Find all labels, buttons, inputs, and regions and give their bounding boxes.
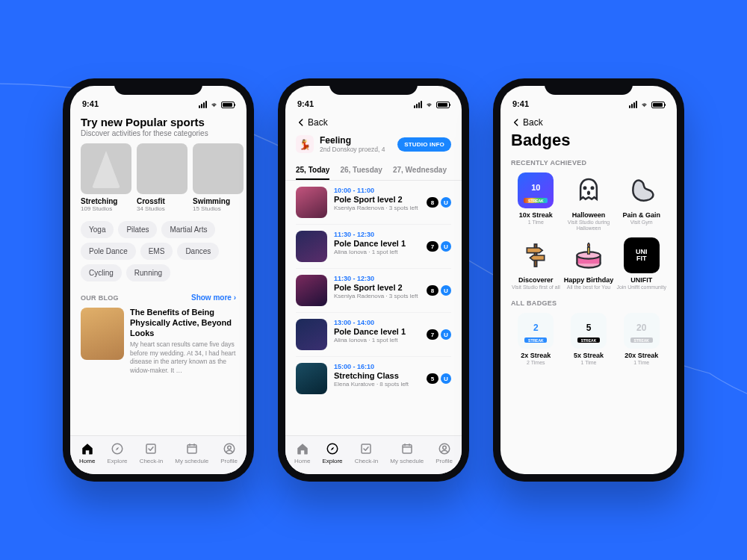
class-sub: Kseniya Radenova · 3 spots left — [334, 293, 420, 299]
class-sub: Elena Kuratove · 8 spots left — [334, 381, 420, 388]
chip-pole-dance[interactable]: Pole Dance — [81, 243, 136, 260]
tab-profile[interactable]: Profile — [220, 441, 238, 464]
svg-point-9 — [442, 446, 446, 449]
phone-notch — [114, 78, 202, 95]
blog-card[interactable]: The Benefits of Being Physically Active,… — [81, 308, 236, 375]
back-label: Back — [523, 117, 543, 128]
chevron-left-icon — [511, 117, 521, 128]
badge-icon: 10STREAK — [518, 172, 554, 208]
class-time: 15:00 - 16:10 — [334, 363, 420, 370]
chip-martial-arts[interactable]: Martial Arts — [161, 221, 215, 238]
chevron-left-icon — [296, 117, 306, 128]
badge-happy-birthday[interactable]: Happy Birthday All the best for You — [564, 237, 614, 290]
studio-address: 2nd Donskoy proezd, 4 — [320, 146, 385, 153]
chip-pilates[interactable]: Pilates — [118, 221, 157, 238]
badge-halloween[interactable]: Halloween Visit Studio during Halloween — [564, 172, 614, 231]
class-time: 11:30 - 12:30 — [334, 275, 420, 282]
badge-2x-streak[interactable]: 2STREAK 2x Streak 2 Times — [511, 313, 561, 366]
back-button[interactable]: Back — [296, 114, 451, 129]
class-title: Pole Sport level 2 — [334, 195, 420, 204]
battery-icon — [651, 102, 665, 108]
class-sub: Kseniya Radenova · 3 spots left — [334, 205, 420, 211]
phone-mockup-home: 9:41 Try new Popular sports Discover act… — [63, 78, 254, 482]
u-badge: U — [441, 241, 451, 252]
ghost-icon — [571, 172, 607, 208]
tab-home[interactable]: Home — [79, 441, 95, 464]
tab-explore[interactable]: Explore — [322, 441, 342, 464]
muscle-arm-icon — [624, 172, 660, 208]
wifi-icon — [209, 101, 219, 108]
class-item[interactable]: 11:30 - 12:30Pole Dance level 1Alina Ion… — [296, 225, 451, 269]
tab-my-schedule[interactable]: My schedule — [175, 441, 208, 464]
home-icon — [295, 441, 310, 456]
day-tab[interactable]: 25, Today — [296, 161, 329, 180]
class-item[interactable]: 13:00 - 14:00Pole Dance level 1Alina Ion… — [296, 313, 451, 357]
sport-card-sub: 34 Studios — [137, 205, 187, 212]
class-item[interactable]: 10:00 - 11:00Pole Sport level 2Kseniya R… — [296, 181, 451, 225]
section-heading-all: ALL BADGES — [511, 299, 666, 307]
tab-explore[interactable]: Explore — [107, 441, 127, 464]
class-item[interactable]: 15:00 - 16:10Stretching ClassElena Kurat… — [296, 357, 451, 400]
class-title: Pole Sport level 2 — [334, 283, 420, 292]
blog-desc: My heart scan results came five days bef… — [130, 340, 236, 375]
home-icon — [80, 441, 95, 456]
day-tab[interactable]: 26, Tuesday — [340, 161, 382, 180]
chip-running[interactable]: Running — [126, 264, 170, 281]
compass-icon — [110, 441, 125, 456]
class-badges: 7U — [427, 329, 451, 340]
svg-rect-16 — [588, 247, 590, 254]
calendar-icon — [400, 441, 415, 456]
badge-icon: 2STREAK — [518, 313, 554, 349]
svg-point-11 — [590, 186, 594, 190]
class-image — [296, 319, 327, 350]
show-more-link[interactable]: Show more › — [191, 293, 236, 302]
svg-point-4 — [227, 446, 231, 449]
section-heading-recent: RECENTLY ACHIEVED — [511, 159, 666, 167]
studio-avatar: 💃 — [296, 135, 314, 153]
phone-mockup-badges: 9:41 Back Badges RECENTLY ACHIEVED 10STR… — [493, 78, 684, 482]
u-badge: U — [441, 373, 451, 384]
chip-ems[interactable]: EMS — [140, 243, 173, 260]
badge-10x-streak[interactable]: 10STREAK 10x Streak 1 Time — [511, 172, 561, 231]
chip-dances[interactable]: Dances — [177, 243, 219, 260]
tab-check-in[interactable]: Check-in — [355, 441, 379, 464]
tab-my-schedule[interactable]: My schedule — [390, 441, 424, 464]
status-time: 9:41 — [512, 99, 529, 108]
badge-5x-streak[interactable]: 5STREAK 5x Streak 1 Time — [564, 313, 614, 366]
count-badge: 8 — [427, 197, 438, 208]
chip-yoga[interactable]: Yoga — [81, 221, 114, 238]
tab-check-in[interactable]: Check-in — [140, 441, 164, 464]
tab-label: Profile — [220, 458, 238, 464]
sport-card-image — [137, 143, 187, 194]
u-badge: U — [441, 329, 451, 340]
tab-label: Home — [79, 458, 95, 464]
count-badge: 8 — [427, 285, 438, 296]
tab-profile[interactable]: Profile — [436, 441, 453, 464]
svg-rect-1 — [146, 444, 155, 453]
badge-pain-gain[interactable]: Pain & Gain Visit Gym — [616, 172, 666, 231]
back-label: Back — [308, 117, 328, 128]
day-tab[interactable]: 27, Wednesday — [393, 161, 447, 180]
class-badges: 8U — [427, 197, 451, 208]
phone-notch — [545, 78, 633, 95]
svg-point-10 — [583, 186, 586, 190]
sport-card-swimming[interactable]: Swimming 15 Studios — [193, 143, 244, 212]
blog-image — [81, 308, 124, 360]
studio-info-button[interactable]: STUDIO INFO — [397, 137, 451, 152]
back-button[interactable]: Back — [511, 114, 666, 129]
badge-20x-streak[interactable]: 20STREAK 20x Streak 1 Time — [616, 313, 666, 366]
tab-home[interactable]: Home — [294, 441, 310, 464]
chip-cycling[interactable]: Cycling — [81, 264, 122, 281]
sport-card-image — [193, 143, 244, 194]
tab-label: My schedule — [175, 458, 208, 464]
badge-unifit[interactable]: UNIFIT UNIFIT Join Unifit community — [616, 237, 666, 290]
class-image — [296, 231, 327, 262]
badge-icon: 5STREAK — [571, 313, 607, 349]
class-item[interactable]: 11:30 - 12:30Pole Sport level 2Kseniya R… — [296, 269, 451, 313]
sport-card-stretching[interactable]: Stretching 109 Studios — [81, 143, 131, 212]
calendar-icon — [185, 441, 199, 456]
badge-discoverer[interactable]: Discoverer Visit Studio first of all — [511, 237, 561, 290]
sport-card-crossfit[interactable]: Crossfit 34 Studios — [137, 143, 187, 212]
svg-rect-7 — [403, 445, 412, 453]
count-badge: 7 — [427, 241, 438, 252]
